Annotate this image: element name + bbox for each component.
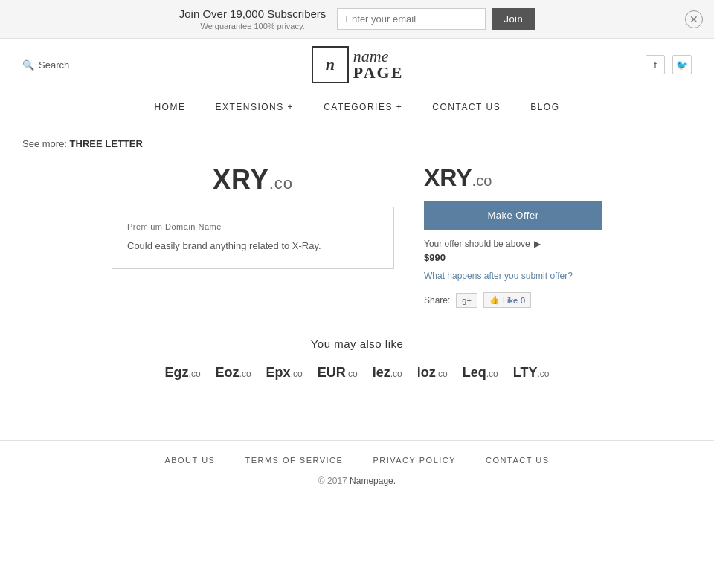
footer-nav: ABOUT US TERMS OF SERVICE PRIVACY POLICY…: [22, 456, 692, 465]
banner-title: Join Over 19,000 Subscribers: [179, 7, 327, 20]
list-item[interactable]: iez.co: [373, 365, 402, 381]
logo-icon: n: [326, 55, 335, 74]
domain-info-label: Premium Domain Name: [127, 222, 379, 231]
like-label: Like: [503, 296, 518, 305]
facebook-link[interactable]: f: [646, 55, 665, 74]
site-logo[interactable]: n name PAGE: [312, 46, 403, 83]
list-item[interactable]: Epx.co: [266, 365, 303, 381]
also-like-section: You may also like Egz.co Eoz.co Epx.co E…: [22, 337, 692, 381]
email-input[interactable]: [337, 8, 486, 30]
main-content: See more: THREE LETTER XRY.co Premium Do…: [0, 123, 714, 410]
offer-info: Your offer should be above ▶: [424, 239, 602, 249]
top-banner: Join Over 19,000 Subscribers We guarante…: [0, 0, 714, 39]
footer-about[interactable]: ABOUT US: [164, 456, 215, 465]
banner-subtitle: We guarantee 100% privacy.: [179, 22, 327, 30]
offer-above-text: Your offer should be above: [424, 239, 530, 249]
like-count: 0: [521, 296, 525, 305]
share-row: Share: g+ 👍 Like 0: [424, 292, 602, 308]
see-more-prefix: See more:: [22, 138, 67, 149]
domain-logo-name: XRY.co: [213, 164, 293, 195]
logo-text-area: name PAGE: [349, 48, 403, 81]
domain-description: Could easily brand anything related to X…: [127, 239, 379, 253]
search-trigger[interactable]: 🔍 Search: [22, 59, 69, 71]
domain-info-box: Premium Domain Name Could easily brand a…: [112, 207, 394, 269]
search-icon: 🔍: [22, 59, 34, 71]
copyright-year: © 2017: [318, 476, 347, 486]
facebook-icon: f: [654, 59, 657, 71]
list-item[interactable]: Leq.co: [463, 365, 498, 381]
logo-page: PAGE: [353, 65, 403, 81]
domain-logo-display: XRY.co: [112, 164, 394, 196]
list-item[interactable]: Egz.co: [165, 365, 201, 381]
nav-home[interactable]: HOME: [154, 102, 185, 112]
banner-text: Join Over 19,000 Subscribers We guarante…: [179, 7, 327, 30]
share-label: Share:: [424, 295, 450, 306]
search-label: Search: [39, 59, 69, 71]
close-banner-button[interactable]: ✕: [685, 10, 703, 28]
google-plus-icon: g+: [462, 296, 472, 305]
also-like-items: Egz.co Eoz.co Epx.co EUR.co iez.co ioz.c…: [22, 365, 692, 381]
site-footer: ABOUT US TERMS OF SERVICE PRIVACY POLICY…: [0, 440, 714, 501]
make-offer-button[interactable]: Make Offer: [424, 201, 602, 230]
list-item[interactable]: Eoz.co: [216, 365, 251, 381]
thumbs-up-icon: 👍: [489, 295, 500, 305]
nav-contact[interactable]: CONTACT US: [432, 102, 501, 112]
domain-tld-large: .co: [472, 172, 492, 189]
email-form: Join: [337, 8, 535, 30]
offer-price: $990: [424, 252, 602, 263]
domain-logo-tld: .co: [269, 174, 293, 193]
twitter-icon: 🐦: [676, 59, 688, 71]
list-item[interactable]: EUR.co: [318, 365, 358, 381]
domain-name-large: XRY.co: [424, 164, 602, 192]
footer-contact[interactable]: CONTACT US: [486, 456, 550, 465]
site-nav: HOME EXTENSIONS + CATEGORIES + CONTACT U…: [0, 91, 714, 123]
list-item[interactable]: LTY.co: [513, 365, 550, 381]
logo-name: name: [353, 48, 403, 65]
logo-icon-box: n: [312, 46, 349, 83]
also-like-title: You may also like: [22, 337, 692, 350]
list-item[interactable]: ioz.co: [417, 365, 448, 381]
nav-blog[interactable]: BLOG: [530, 102, 559, 112]
facebook-like-button[interactable]: 👍 Like 0: [483, 292, 531, 308]
offer-arrow-icon: ▶: [534, 239, 541, 249]
offer-details-link[interactable]: What happens after you submit offer?: [424, 271, 573, 281]
google-plus-button[interactable]: g+: [456, 293, 477, 308]
nav-categories[interactable]: CATEGORIES +: [324, 102, 402, 112]
see-more-link[interactable]: THREE LETTER: [70, 138, 143, 149]
social-links: f 🐦: [646, 55, 692, 74]
join-button[interactable]: Join: [492, 8, 535, 30]
see-more: See more: THREE LETTER: [22, 138, 692, 149]
twitter-link[interactable]: 🐦: [672, 55, 692, 74]
domain-showcase: XRY.co Premium Domain Name Could easily …: [22, 164, 692, 308]
footer-privacy[interactable]: PRIVACY POLICY: [373, 456, 456, 465]
site-header: 🔍 Search n name PAGE f 🐦: [0, 39, 714, 91]
footer-copyright: © 2017 Namepage.: [22, 476, 692, 486]
footer-brand[interactable]: Namepage.: [350, 476, 396, 486]
nav-extensions[interactable]: EXTENSIONS +: [215, 102, 294, 112]
domain-right: XRY.co Make Offer Your offer should be a…: [424, 164, 602, 308]
domain-left: XRY.co Premium Domain Name Could easily …: [112, 164, 394, 269]
footer-terms[interactable]: TERMS OF SERVICE: [245, 456, 343, 465]
